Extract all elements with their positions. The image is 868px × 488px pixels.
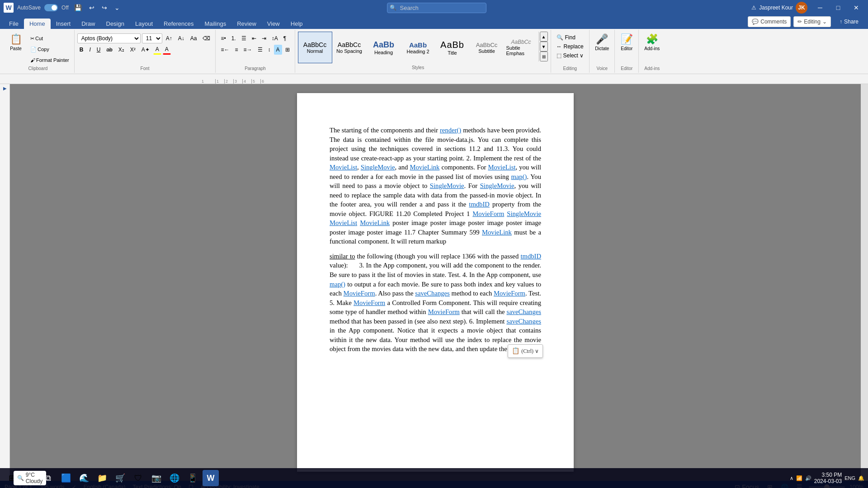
increase-indent-button[interactable]: ⇥ (259, 33, 269, 43)
language-indicator[interactable]: ENG (844, 475, 855, 481)
font-family-select[interactable]: Aptos (Body) Calibri Times New Roman (77, 33, 141, 43)
time-display[interactable]: 3:50 PM 2024-03-03 (814, 472, 842, 484)
defender-icon[interactable]: 🛡 (130, 470, 146, 486)
format-painter-button[interactable]: 🖌 Format Painter (28, 55, 71, 65)
font-color-button[interactable]: A (163, 45, 171, 55)
shading-button[interactable]: A (274, 45, 282, 55)
link-singlemovie-3[interactable]: SingleMovie (480, 182, 514, 189)
minimize-button[interactable]: ─ (812, 0, 828, 15)
search-input[interactable] (387, 3, 486, 13)
link-movielist-3[interactable]: MovieList (330, 219, 357, 226)
styles-down-button[interactable]: ▼ (540, 42, 548, 52)
tab-review[interactable]: Review (231, 19, 262, 29)
chevron-icon[interactable]: ∧ (790, 475, 793, 481)
cut-button[interactable]: ✂ Cut (28, 33, 71, 43)
tab-help[interactable]: Help (285, 19, 308, 29)
explorer-icon[interactable]: 📁 (94, 470, 110, 486)
style-heading2[interactable]: AaBb Heading 2 (401, 32, 435, 63)
style-heading1[interactable]: AaBb Heading (367, 32, 401, 63)
autosave-toggle[interactable] (44, 4, 58, 11)
subscript-button[interactable]: X₂ (116, 45, 127, 55)
link-movielist-1[interactable]: MovieList (330, 164, 357, 171)
align-right-button[interactable]: ≡→ (241, 45, 255, 55)
link-movieform-4[interactable]: MovieForm (354, 299, 385, 306)
strikethrough-button[interactable]: ab (104, 45, 114, 55)
link-singlemovie-4[interactable]: SingleMovie (507, 210, 541, 217)
shrink-font-button[interactable]: A↓ (176, 33, 187, 43)
underline-button[interactable]: U (94, 45, 103, 55)
notification-icon[interactable]: 🔔 (858, 475, 864, 481)
tab-insert[interactable]: Insert (51, 19, 76, 29)
link-map-2[interactable]: map() (330, 281, 345, 288)
task-view-button[interactable]: ⧉ (40, 470, 56, 486)
share-button[interactable]: ↑ Share (834, 16, 864, 27)
borders-button[interactable]: ⊞ (283, 45, 292, 55)
bullets-button[interactable]: ≡• (218, 33, 228, 43)
paste-popup[interactable]: 📋 (Ctrl) ∨ (508, 344, 543, 358)
align-center-button[interactable]: ≡ (232, 45, 240, 55)
link-movieform-5[interactable]: MovieForm (428, 308, 460, 315)
style-subtitle[interactable]: AaBbCc Subtitle (470, 32, 504, 63)
editor-button[interactable]: 📝 Editor (618, 32, 636, 53)
replace-button[interactable]: ↔ Replace (554, 42, 587, 51)
undo-button[interactable]: ↩ (87, 3, 96, 12)
link-movielink-3[interactable]: MovieLink (482, 229, 512, 236)
link-tmdbid-1[interactable]: tmdbID (469, 201, 490, 208)
browser-icon[interactable]: 🌐 (166, 470, 183, 486)
redo-button[interactable]: ↪ (100, 3, 109, 12)
addins-button[interactable]: 🧩 Add-ins (642, 32, 662, 53)
save-button[interactable]: 💾 (72, 3, 84, 12)
tab-design[interactable]: Design (101, 19, 130, 29)
camera-icon[interactable]: 📷 (148, 470, 165, 486)
styles-more-button[interactable]: ⊞ (540, 52, 548, 61)
link-movielink-2[interactable]: MovieLink (360, 219, 390, 226)
superscript-button[interactable]: X² (128, 45, 138, 55)
font-size-select[interactable]: 11 12 14 (142, 33, 162, 43)
style-normal[interactable]: AaBbCc Normal (298, 32, 332, 63)
teams-icon[interactable]: 🟦 (58, 470, 74, 486)
change-case-button[interactable]: Aa (188, 33, 199, 43)
phone-icon[interactable]: 📱 (184, 470, 201, 486)
link-savechanges-1[interactable]: saveChanges (415, 290, 450, 297)
style-title[interactable]: AaBb Title (435, 32, 470, 63)
tab-layout[interactable]: Layout (130, 19, 158, 29)
close-button[interactable]: ✕ (848, 0, 864, 15)
select-button[interactable]: ⬚ Select ∨ (554, 52, 587, 60)
volume-icon[interactable]: 🔊 (805, 475, 811, 481)
italic-button[interactable]: I (87, 45, 93, 55)
link-render[interactable]: render() (440, 127, 461, 134)
user-avatar[interactable]: JK (796, 2, 807, 14)
grow-font-button[interactable]: A↑ (164, 33, 175, 43)
link-savechanges-3[interactable]: saveChanges (506, 318, 541, 325)
link-movieform-3[interactable]: MovieForm (494, 290, 525, 297)
dictate-button[interactable]: 🎤 Dictate (592, 32, 612, 53)
style-subtle-emphasis[interactable]: AaBbCc Subtle Emphas (504, 32, 538, 63)
edge-icon[interactable]: 🌊 (76, 470, 92, 486)
multilevel-list-button[interactable]: ☰ (239, 33, 249, 43)
bold-button[interactable]: B (77, 45, 86, 55)
styles-up-button[interactable]: ▲ (540, 32, 548, 42)
tab-home[interactable]: Home (24, 19, 51, 29)
customize-qat-button[interactable]: ⌄ (113, 3, 122, 12)
link-tmdbid-2[interactable]: tmdbID (520, 253, 541, 260)
tab-view[interactable]: View (262, 19, 285, 29)
numbering-button[interactable]: 1. (229, 33, 238, 43)
decrease-indent-button[interactable]: ⇤ (250, 33, 259, 43)
tab-references[interactable]: References (158, 19, 199, 29)
text-effects-button[interactable]: A✦ (139, 45, 152, 55)
style-no-spacing[interactable]: AaBbCc No Spacing (332, 32, 367, 63)
store-icon[interactable]: 🛒 (112, 470, 128, 486)
tab-file[interactable]: File (4, 19, 24, 29)
link-singlemovie-1[interactable]: SingleMovie (361, 164, 395, 171)
word-taskbar-icon[interactable]: W (203, 470, 219, 486)
editing-mode-button[interactable]: ✏ Editing ⌄ (793, 16, 831, 27)
doc-container[interactable]: The starting of the components and their… (10, 84, 861, 481)
network-icon[interactable]: 📶 (796, 475, 802, 481)
link-movieform[interactable]: MovieForm (472, 210, 504, 217)
tab-draw[interactable]: Draw (76, 19, 100, 29)
highlight-color-button[interactable]: A (153, 45, 161, 55)
sort-button[interactable]: ↕A (269, 33, 280, 43)
link-savechanges-2[interactable]: saveChanges (506, 308, 541, 315)
clear-format-button[interactable]: ⌫ (200, 33, 212, 43)
doc-page[interactable]: The starting of the components and their… (297, 93, 574, 472)
